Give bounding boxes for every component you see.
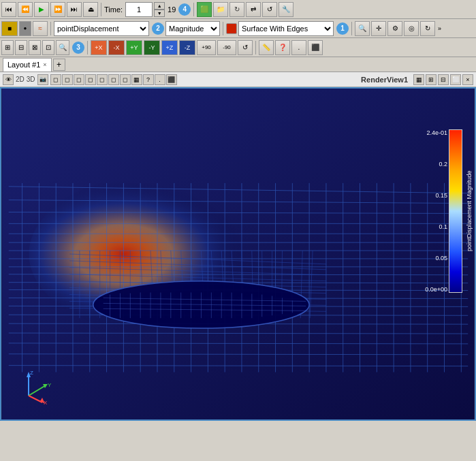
color-btn1[interactable]: ■ <box>1 21 18 36</box>
ri10[interactable]: . <box>155 74 165 85</box>
ri11[interactable]: ⬛ <box>166 74 177 85</box>
ri7[interactable]: ◻ <box>120 74 131 85</box>
camera-btn[interactable]: 📷 <box>37 74 48 85</box>
zoom-reset[interactable]: 🔍 <box>56 40 69 55</box>
time-label: Time: <box>104 5 123 14</box>
axis-px[interactable]: +X <box>91 40 107 55</box>
viewport[interactable]: 2.4e-01 0.2 0.15 0.1 0.05 0.0e+00 pointD… <box>0 87 476 421</box>
time-up[interactable]: ▲ <box>154 2 165 10</box>
layout-2[interactable]: ⊞ <box>426 74 437 85</box>
sep7 <box>255 41 256 54</box>
colorbar <box>449 129 462 293</box>
cb-label-0: 2.4e-01 <box>426 129 447 136</box>
sep4 <box>223 22 223 35</box>
ri8[interactable]: ▦ <box>131 74 142 85</box>
rotate-n90[interactable]: -90 <box>217 40 236 55</box>
colorbar-gradient <box>449 129 462 293</box>
tb-extra1[interactable]: ❓ <box>275 40 290 55</box>
axis-pz[interactable]: +Z <box>161 40 178 55</box>
last-frame-btn[interactable]: ⏭ <box>67 2 82 17</box>
close-view-btn[interactable]: × <box>462 74 473 85</box>
variable-toolbar: ■ ● ≈ pointDisplacementpointDisplacement… <box>0 19 476 38</box>
layout-1[interactable]: ▦ <box>413 74 424 85</box>
render-bar-right: RenderView1 ▦ ⊞ ⊟ ⬜ × <box>361 74 473 85</box>
tb-icon4[interactable]: ⇄ <box>246 2 261 17</box>
axis-py[interactable]: +Y <box>126 40 142 55</box>
colorbar-labels: 2.4e-01 0.2 0.15 0.1 0.05 0.0e+00 <box>425 129 447 293</box>
badge-2: 2 <box>152 22 164 35</box>
sep3 <box>50 22 51 35</box>
ri4[interactable]: ◻ <box>85 74 96 85</box>
sep2 <box>193 3 194 16</box>
more-btn[interactable]: » <box>438 25 441 32</box>
tb-icon3[interactable]: ↻ <box>229 2 244 17</box>
render-bar: 👁 2D 3D 📷 ◻ ◻ ◻ ◻ ◻ ◻ ◻ ▦ ? . ⬛ RenderVi… <box>0 72 476 87</box>
axis-nz[interactable]: -Z <box>179 40 195 55</box>
layout-tab[interactable]: Layout #1 × <box>3 58 52 71</box>
time-input[interactable] <box>125 2 153 17</box>
tab-label: Layout #1 <box>7 61 40 69</box>
view-2d[interactable]: 2D <box>16 76 25 83</box>
play-btn[interactable]: ▶ <box>34 2 49 17</box>
render-view-title: RenderView1 <box>361 76 408 84</box>
loop-btn[interactable]: ⏏ <box>83 2 98 17</box>
maximize-btn[interactable]: ⬜ <box>450 74 461 85</box>
ri5[interactable]: ◻ <box>97 74 108 85</box>
badge-4: 4 <box>178 3 191 16</box>
add-tab-btn[interactable]: + <box>53 59 65 71</box>
tb-r4[interactable]: ◎ <box>404 21 419 36</box>
tb-r3[interactable]: ⚙ <box>387 21 402 36</box>
cb-label-3: 0.1 <box>439 223 447 230</box>
tb-icon6[interactable]: 🔧 <box>279 2 293 17</box>
tb-r5[interactable]: ↻ <box>420 21 435 36</box>
next-frame-btn[interactable]: ⏩ <box>50 2 65 17</box>
first-frame-btn[interactable]: ⏮ <box>1 2 16 17</box>
rescale-btn[interactable]: ≈ <box>33 21 48 36</box>
render-icon-row: ◻ ◻ ◻ ◻ ◻ ◻ ◻ ▦ ? . ⬛ <box>50 74 177 85</box>
tb-icon2[interactable]: 📁 <box>213 2 228 17</box>
render-bar-left: 👁 2D 3D 📷 ◻ ◻ ◻ ◻ ◻ ◻ ◻ ▦ ? . ⬛ <box>3 74 177 85</box>
orient3[interactable]: ⊠ <box>29 40 41 55</box>
orient4[interactable]: ⊡ <box>42 40 54 55</box>
time-spinner[interactable]: ▲ ▼ <box>154 2 165 17</box>
reset-view[interactable]: ↺ <box>238 40 253 55</box>
prev-frame-btn[interactable]: ⏪ <box>18 2 33 17</box>
orient1[interactable]: ⊞ <box>1 40 14 55</box>
cb-label-5: 0.0e+00 <box>425 286 447 293</box>
axis-nx[interactable]: -X <box>108 40 125 55</box>
rotate-p90[interactable]: +90 <box>197 40 216 55</box>
tb-icon1[interactable]: 🟩 <box>197 2 212 17</box>
time-down[interactable]: ▼ <box>154 10 165 17</box>
component-select[interactable]: MagnitudeMagnitudeXYZ <box>165 21 220 36</box>
variable-select[interactable]: pointDisplacementpointDisplacement <box>54 21 149 36</box>
svg-text:Y: Y <box>48 382 52 388</box>
ri9[interactable]: ? <box>143 74 154 85</box>
badge-3: 3 <box>72 42 84 54</box>
ri1[interactable]: ◻ <box>50 74 61 85</box>
tb-extra2[interactable]: . <box>291 40 306 55</box>
svg-line-108 <box>29 385 46 396</box>
cb-label-1: 0.2 <box>439 161 447 168</box>
tb-icon5[interactable]: ↺ <box>262 2 277 17</box>
badge-1: 1 <box>336 22 349 35</box>
layout-3[interactable]: ⊟ <box>438 74 449 85</box>
ri6[interactable]: ◻ <box>108 74 119 85</box>
tb-r2[interactable]: ✛ <box>371 21 386 36</box>
orient2[interactable]: ⊟ <box>15 40 27 55</box>
ri2[interactable]: ◻ <box>62 74 73 85</box>
svg-text:X: X <box>44 400 48 406</box>
view-3d[interactable]: 3D <box>27 76 35 83</box>
tb-r1[interactable]: 🔍 <box>355 21 370 36</box>
tab-close-btn[interactable]: × <box>43 61 46 68</box>
ri3[interactable]: ◻ <box>74 74 84 85</box>
colorbar-title: pointDisplacement Magnitude <box>466 129 473 293</box>
axis-ny[interactable]: -Y <box>144 40 160 55</box>
edit-colormap-btn[interactable] <box>226 23 237 34</box>
tb-extra3[interactable]: ⬛ <box>308 40 323 55</box>
display-select[interactable]: Surface With EdgesSurfaceWireframePoints <box>238 21 334 36</box>
eye-btn[interactable]: 👁 <box>3 74 14 85</box>
ruler-btn[interactable]: 📏 <box>259 40 274 55</box>
sep5 <box>351 22 352 35</box>
time-max: 19 <box>168 5 176 14</box>
color-btn2[interactable]: ● <box>19 21 31 36</box>
